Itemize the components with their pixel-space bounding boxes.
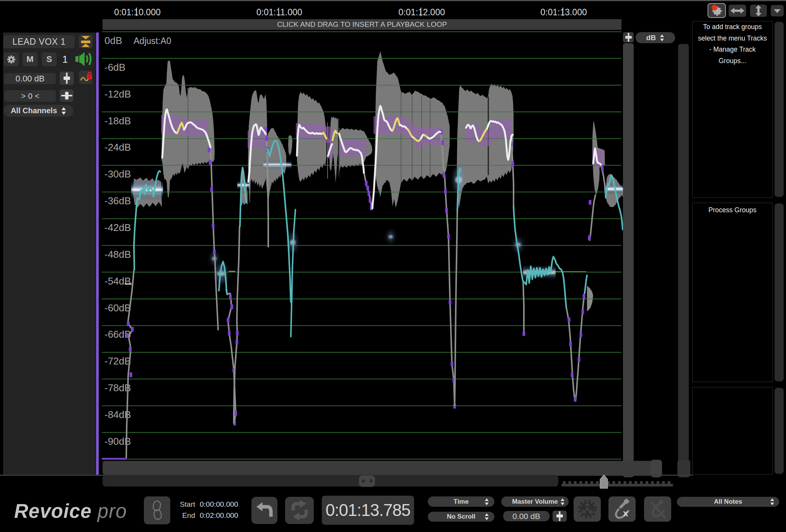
svg-text:x: x [623, 508, 628, 518]
svg-text:-24dB: -24dB [104, 142, 131, 153]
svg-text:-42dB: -42dB [104, 222, 131, 233]
svg-text:-30dB: -30dB [104, 168, 131, 180]
svg-text:-36dB: -36dB [104, 195, 131, 207]
svg-text:-60dB: -60dB [104, 302, 131, 314]
svg-text:-54dB: -54dB [104, 275, 131, 287]
svg-text:-18dB: -18dB [104, 115, 131, 127]
svg-text:-12dB: -12dB [104, 88, 131, 100]
svg-text:-72dB: -72dB [104, 355, 131, 367]
svg-text:-48dB: -48dB [104, 249, 131, 260]
svg-text:0dB: 0dB [104, 35, 122, 46]
svg-text:Adjust:A0: Adjust:A0 [134, 36, 171, 46]
svg-text:-6dB: -6dB [104, 62, 126, 73]
